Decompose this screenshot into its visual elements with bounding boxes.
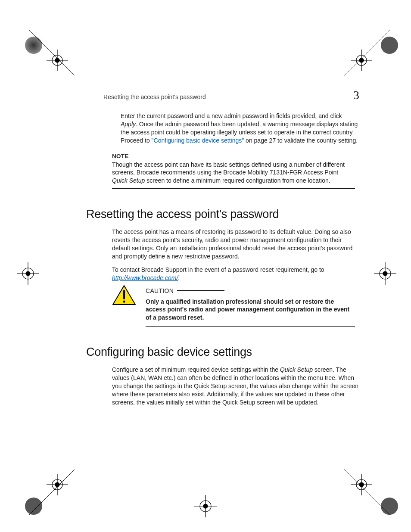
section-heading-reset-password: Resetting the access point's password	[86, 208, 364, 221]
quick-setup-italic: Quick Setup	[112, 177, 145, 184]
apply-italic: Apply	[121, 121, 136, 128]
running-title: Resetting the access point's password	[103, 93, 206, 100]
registration-mark-icon	[342, 26, 407, 78]
svg-line-25	[29, 470, 75, 515]
body-paragraph: Configure a set of minimum required devi…	[112, 366, 359, 406]
registration-mark-icon	[342, 467, 407, 519]
note-label: NOTE	[112, 153, 129, 160]
svg-point-6	[381, 37, 398, 54]
svg-line-31	[344, 470, 389, 515]
text: on page 27 to validate the country setti…	[244, 137, 358, 144]
caution-triangle-icon	[112, 285, 136, 308]
running-header: Resetting the access point's password 3	[103, 88, 359, 102]
body-paragraph: The access point has a means of restorin…	[112, 228, 359, 261]
svg-point-38	[123, 300, 125, 302]
caution-block: CAUTION Only a qualified installation pr…	[112, 287, 355, 327]
intro-paragraph: Enter the current password and a new adm…	[121, 112, 359, 145]
caution-label: CAUTION	[146, 287, 177, 294]
svg-point-26	[381, 498, 398, 515]
registration-mark-icon	[12, 26, 77, 78]
text: Enter the current password and a new adm…	[121, 112, 342, 119]
registration-mark-icon	[372, 261, 398, 286]
svg-point-0	[25, 37, 42, 54]
svg-point-20	[25, 498, 42, 515]
chapter-number: 3	[353, 88, 359, 102]
text: Though the access point can have its bas…	[112, 161, 345, 176]
svg-line-11	[344, 30, 389, 75]
support-url-link[interactable]: http://www.brocade.com/	[112, 274, 178, 281]
caution-body: Only a qualified installation profession…	[146, 298, 355, 322]
registration-mark-icon	[12, 467, 77, 519]
rule	[177, 290, 224, 291]
text: To contact Brocade Support in the event …	[112, 266, 324, 273]
quick-setup-italic: Quick Setup	[280, 366, 313, 373]
text: Configure a set of minimum required devi…	[112, 366, 280, 373]
body-paragraph: To contact Brocade Support in the event …	[112, 266, 359, 282]
text: .	[178, 274, 180, 281]
registration-mark-icon	[15, 261, 41, 286]
section-heading-configure-basic: Configuring basic device settings	[86, 345, 364, 359]
xref-link[interactable]: "Configuring basic device settings"	[152, 137, 244, 144]
note-block: NOTE Though the access point can have it…	[112, 151, 355, 189]
text: screen to define a minimum required conf…	[145, 177, 330, 184]
registration-mark-icon	[193, 493, 218, 519]
rule	[146, 326, 355, 327]
